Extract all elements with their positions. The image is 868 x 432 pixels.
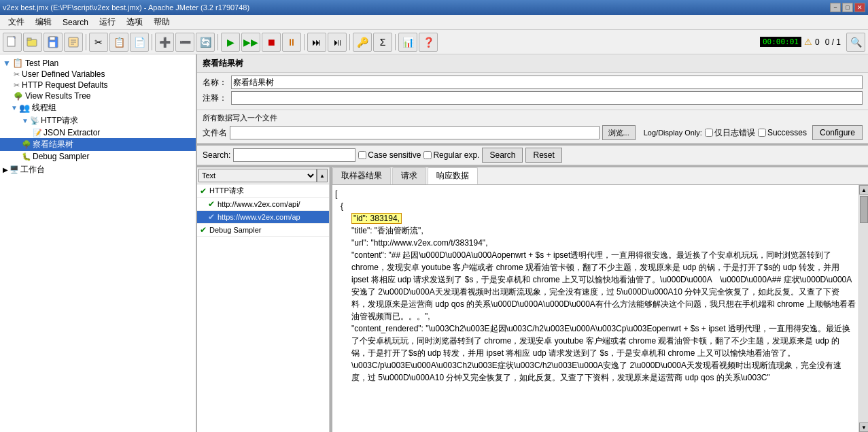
test-plan-folder-icon: 📋 — [12, 58, 23, 68]
browse-button[interactable]: 浏览... — [602, 125, 636, 140]
look-button[interactable]: 🔍 — [846, 33, 865, 52]
configure-button[interactable]: Configure — [812, 125, 863, 140]
result-item-http-request[interactable]: ✔ HTTP请求 — [197, 184, 329, 198]
help-button[interactable]: ❓ — [419, 33, 438, 52]
result-url2-status-icon: ✔ — [208, 212, 215, 222]
content-scrollbar[interactable]: ▲ ▼ — [858, 185, 868, 432]
thread-group-label: 线程组 — [32, 102, 56, 114]
result-label: HTTP请求 — [209, 186, 244, 196]
json-extractor-label: JSON Extractor — [44, 128, 100, 137]
tree-node-thread-group[interactable]: ▼ 👥 线程组 — [0, 101, 196, 114]
successes-checkbox[interactable] — [758, 129, 766, 137]
json-content-rendered-row: "content_rendered": "\u003Ch2\u003E起因\u0… — [351, 322, 856, 384]
result-item-url-1[interactable]: ✔ http://www.v2ex.com/api/ — [197, 198, 329, 211]
errors-checkbox-label[interactable]: 仅日志错误 — [705, 127, 755, 139]
reset-button[interactable]: Reset — [525, 148, 561, 163]
open-button[interactable] — [23, 33, 42, 52]
result-item-debug[interactable]: ✔ Debug Sampler — [197, 224, 329, 237]
warning-count: 0 — [815, 37, 820, 47]
expand-button[interactable]: ➕ — [155, 33, 174, 52]
ssl-button[interactable]: 🔑 — [353, 33, 372, 52]
json-extractor-icon: 📝 — [33, 129, 42, 137]
function-helper-button[interactable]: Σ — [373, 33, 392, 52]
menu-run[interactable]: 运行 — [94, 15, 121, 29]
tree-node-view-results-tree[interactable]: 🌳 View Results Tree — [0, 90, 196, 101]
comment-input[interactable] — [231, 91, 863, 105]
response-content[interactable]: [ { "id": 383194, "title": "香油管断流", "url… — [332, 185, 858, 432]
search-button[interactable]: Search — [482, 148, 523, 163]
tree-node-workbench[interactable]: ▶ 🖥️ 工作台 — [0, 163, 196, 176]
regular-exp-label[interactable]: Regular exp. — [423, 150, 479, 160]
http-request-icon: 📡 — [30, 116, 39, 125]
result-item-url-2[interactable]: ✔ https://www.v2ex.com/ap — [197, 211, 329, 224]
json-title-row: "title": "香油管断流", — [351, 225, 856, 237]
case-sensitive-checkbox[interactable] — [358, 151, 366, 159]
toolbar-separator-2 — [152, 34, 152, 50]
tree-node-debug-sampler[interactable]: 🐛 Debug Sampler — [0, 151, 196, 162]
remote-stop-button[interactable]: ⏯ — [328, 33, 347, 52]
tab-sampler-results[interactable]: 取样器结果 — [332, 167, 391, 184]
collapse-button[interactable]: ➖ — [175, 33, 194, 52]
start-no-pause-button[interactable]: ▶▶ — [241, 33, 260, 52]
result-status-ok-icon: ✔ — [200, 186, 207, 196]
tree-node-view-results-tree-2[interactable]: 🌳 察看结果树 — [0, 138, 196, 151]
menu-options[interactable]: 选项 — [121, 15, 148, 29]
tab-request[interactable]: 请求 — [392, 167, 426, 184]
section-header: 察看结果树 — [197, 54, 868, 73]
workbench-icon: 🖥️ — [10, 165, 19, 174]
content-scroll-area: [ { "id": 383194, "title": "香油管断流", "url… — [332, 185, 868, 432]
log-display-label: Log/Display Only: — [644, 129, 702, 137]
user-vars-icon: ✂ — [14, 70, 20, 79]
menu-bar: 文件 编辑 Search 运行 选项 帮助 — [0, 15, 868, 30]
maximize-button[interactable]: □ — [842, 3, 853, 12]
menu-help[interactable]: 帮助 — [148, 15, 175, 29]
name-input[interactable] — [231, 76, 863, 89]
scroll-up-arrow[interactable]: ▲ — [859, 185, 868, 195]
tree-node-test-plan[interactable]: ▼ 📋 Test Plan — [0, 57, 196, 69]
svg-rect-4 — [50, 37, 55, 40]
tree-node-http-request[interactable]: ▼ 📡 HTTP请求 — [0, 114, 196, 127]
copy-button[interactable]: 📋 — [109, 33, 128, 52]
shutdown-button[interactable]: ⏸ — [282, 33, 301, 52]
paste-button[interactable]: 📄 — [130, 33, 149, 52]
scroll-down-arrow[interactable]: ▼ — [859, 422, 868, 432]
remote-start-button[interactable]: ⏭ — [307, 33, 326, 52]
results-list-header: Text ▲ — [197, 167, 329, 184]
warning-icon: ⚠ — [804, 37, 812, 47]
menu-edit[interactable]: 编辑 — [30, 15, 57, 29]
start-button[interactable]: ▶ — [221, 33, 240, 52]
save-button[interactable] — [44, 33, 63, 52]
list-scroll-up[interactable]: ▲ — [317, 169, 328, 182]
templates-button[interactable] — [64, 33, 83, 52]
main-layout: ▼ 📋 Test Plan ✂ User Defined Variables ✂… — [0, 54, 868, 432]
file-section-area: 所有数据写入一个文件 文件名 浏览... Log/Display Only: 仅… — [197, 110, 868, 144]
svg-rect-0 — [7, 37, 15, 46]
report-button[interactable]: 📊 — [398, 33, 417, 52]
json-id-row: "id": 383194, — [351, 212, 856, 225]
file-input[interactable] — [230, 126, 600, 139]
successes-checkbox-label[interactable]: Successes — [758, 128, 807, 137]
cut-button[interactable]: ✂ — [89, 33, 108, 52]
window-controls[interactable]: − □ ✕ — [830, 3, 865, 12]
tree-node-user-vars[interactable]: ✂ User Defined Variables — [0, 69, 196, 80]
result-url1-label: http://www.v2ex.com/api/ — [218, 200, 300, 208]
scroll-thumb[interactable] — [860, 196, 868, 223]
new-button[interactable] — [3, 33, 22, 52]
case-sensitive-label[interactable]: Case sensitive — [358, 150, 421, 160]
toggle-button[interactable]: 🔄 — [196, 33, 215, 52]
menu-file[interactable]: 文件 — [3, 15, 30, 29]
search-input[interactable] — [233, 148, 355, 162]
minimize-button[interactable]: − — [830, 3, 841, 12]
tree-node-json-extractor[interactable]: 📝 JSON Extractor — [0, 127, 196, 138]
menu-search[interactable]: Search — [57, 16, 94, 29]
id-key-highlight: "id": 383194, — [351, 213, 402, 224]
regular-exp-checkbox[interactable] — [423, 151, 432, 159]
stop-button[interactable]: ⏹ — [262, 33, 281, 52]
tab-response-data[interactable]: 响应数据 — [428, 167, 478, 184]
errors-checkbox[interactable] — [705, 129, 713, 137]
content-panel: 取样器结果 请求 响应数据 [ { "id": 383194, "title":… — [332, 167, 868, 432]
tree-node-http-defaults[interactable]: ✂ HTTP Request Defaults — [0, 80, 196, 90]
text-dropdown[interactable]: Text — [198, 169, 317, 182]
title-bar: v2ex best.jmx (E:\PF\script\v2ex best.jm… — [0, 0, 868, 15]
close-button[interactable]: ✕ — [854, 3, 865, 12]
